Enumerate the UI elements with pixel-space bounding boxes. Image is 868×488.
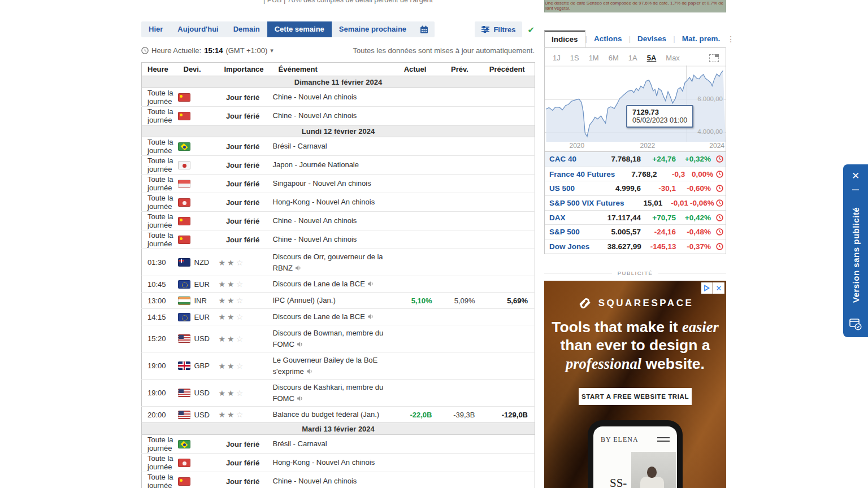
event-name[interactable]: Discours de Bowman, membre du FOMC bbox=[273, 325, 390, 352]
event-time: 10:45 bbox=[142, 276, 178, 293]
clock-icon bbox=[141, 47, 149, 54]
event-name[interactable]: Discours de Orr, gouverneur de la RBNZ bbox=[273, 249, 390, 276]
event-name[interactable]: Hong-Kong - Nouvel An chinois bbox=[273, 454, 390, 472]
currency-code: USD bbox=[194, 334, 210, 343]
change-value: -24,16 bbox=[641, 228, 676, 236]
forecast-value bbox=[440, 137, 480, 156]
widget-tab-indices[interactable]: Indices bbox=[544, 30, 585, 47]
squarespace-logo-icon bbox=[577, 295, 593, 311]
quote-row-s-p-500[interactable]: S&P 5005.005,57-24,16-0,48% bbox=[545, 224, 726, 239]
index-name[interactable]: US 500 bbox=[549, 184, 589, 193]
quote-row-s-p-500-vix-futures[interactable]: S&P 500 VIX Futures15,01-0,01-0,06% bbox=[545, 195, 726, 210]
range-5a[interactable]: 5A bbox=[647, 54, 657, 62]
event-name[interactable]: Discours de Lane de la BCE bbox=[273, 309, 390, 325]
cn-flag-icon bbox=[178, 112, 190, 120]
change-value: +70,75 bbox=[641, 213, 676, 222]
index-name[interactable]: S&P 500 VIX Futures bbox=[549, 199, 624, 207]
cn-flag-icon bbox=[178, 93, 190, 102]
range-1s[interactable]: 1S bbox=[570, 54, 579, 62]
quote-row-france-40-futures[interactable]: France 40 Futures7.768,2-0,30,00% bbox=[545, 167, 726, 181]
event-name[interactable]: Le Gouverneur Bailey de la BoE s'exprime bbox=[273, 352, 390, 380]
widget-tab-devises[interactable]: Devises bbox=[631, 30, 673, 47]
forecast-value bbox=[440, 352, 480, 380]
previous-value bbox=[480, 107, 535, 125]
sg-flag-icon bbox=[178, 180, 190, 188]
event-name[interactable]: Hong-Kong - Nouvel An chinois bbox=[273, 193, 390, 212]
index-chart[interactable]: 6.000,00 4.000,00 7129.73 05/02/2023 01:… bbox=[545, 66, 726, 151]
banner-close-icon[interactable]: ✕ bbox=[843, 170, 868, 182]
range-6m[interactable]: 6M bbox=[609, 54, 619, 62]
current-time[interactable]: Heure Actuelle:15:14 (GMT +1:00) ▾ bbox=[141, 46, 274, 55]
quote-row-dow-jones[interactable]: Dow Jones38.627,99-145,13-0,37% bbox=[545, 239, 726, 254]
holiday-row: Toute la journéeJour fériéJapon - Journé… bbox=[142, 156, 535, 175]
currency-code: INR bbox=[194, 297, 207, 305]
range-1m[interactable]: 1M bbox=[589, 54, 599, 62]
change-percent: -0,48% bbox=[676, 228, 711, 236]
event-name[interactable]: IPC (Annuel) (Jan.) bbox=[273, 293, 390, 309]
adchoices-icon[interactable] bbox=[701, 282, 713, 294]
col-importance: Importance bbox=[219, 63, 273, 76]
forecast-value bbox=[440, 276, 480, 293]
widget-menu-dots-icon[interactable]: ⋮ bbox=[727, 34, 737, 43]
event-name[interactable]: Discours de Kashkari, membre du FOMC bbox=[273, 380, 390, 407]
actual-value bbox=[390, 352, 440, 380]
expand-chart-icon[interactable] bbox=[709, 54, 719, 62]
importance-stars: ★★☆ bbox=[219, 410, 245, 419]
tab-aujourd-hui[interactable]: Aujourd'hui bbox=[170, 21, 225, 37]
ad-headline: Tools that make it easier than ever to d… bbox=[550, 318, 720, 373]
event-name[interactable]: Chine - Nouvel An chinois bbox=[273, 212, 390, 230]
event-name[interactable]: Brésil - Carnaval bbox=[273, 435, 390, 454]
calendar-picker-icon[interactable] bbox=[414, 21, 435, 37]
tab-hier[interactable]: Hier bbox=[141, 21, 170, 37]
range-max[interactable]: Max bbox=[666, 54, 680, 62]
event-name[interactable]: Chine - Nouvel An chinois bbox=[273, 230, 390, 249]
holiday-row: Toute la journéeJour fériéChine - Nouvel… bbox=[142, 107, 535, 125]
filters-button[interactable]: Filtres bbox=[475, 21, 522, 37]
widget-tab-mat-prem[interactable]: Mat. prem. bbox=[675, 30, 727, 47]
index-name[interactable]: DAX bbox=[549, 213, 589, 222]
event-time: Toute la journée bbox=[142, 212, 178, 230]
event-name[interactable]: Balance du budget fédéral (Jan.) bbox=[273, 407, 390, 423]
delayed-clock-icon bbox=[716, 155, 723, 163]
squarespace-ad[interactable]: ✕ SQUARESPACE Tools that make it easier … bbox=[544, 281, 726, 488]
range-1j[interactable]: 1J bbox=[553, 54, 561, 62]
tab-demain[interactable]: Demain bbox=[226, 21, 267, 37]
event-name[interactable]: Chine - Nouvel An chinois bbox=[273, 472, 390, 488]
previous-value bbox=[480, 212, 535, 230]
top-banner-ad[interactable]: Une dosette de café Senseo est composée … bbox=[544, 0, 726, 12]
event-time: Toute la journée bbox=[142, 435, 178, 454]
quote-row-us-500[interactable]: US 5004.999,6-30,1-0,60% bbox=[545, 181, 726, 195]
tab-semaine-prochaine[interactable]: Semaine prochaine bbox=[332, 21, 414, 37]
range-1a[interactable]: 1A bbox=[628, 54, 637, 62]
index-name[interactable]: CAC 40 bbox=[549, 155, 589, 163]
widget-tab-actions[interactable]: Actions bbox=[587, 30, 629, 47]
previous-value bbox=[480, 249, 535, 276]
quote-row-dax[interactable]: DAX17.117,44+70,75+0,42% bbox=[545, 210, 726, 225]
holiday-row: Toute la journéeJour fériéChine - Nouvel… bbox=[142, 88, 535, 107]
event-name[interactable]: Chine - Nouvel An chinois bbox=[273, 88, 390, 107]
quote-row-cac-40[interactable]: CAC 407.768,18+24,76+0,32% bbox=[545, 152, 726, 167]
chevron-down-icon[interactable]: ▾ bbox=[270, 47, 274, 54]
tab-cette-semaine[interactable]: Cette semaine bbox=[267, 21, 332, 37]
index-name[interactable]: France 40 Futures bbox=[549, 170, 615, 178]
holiday-row: Toute la journéeJour fériéHong-Kong - No… bbox=[142, 454, 535, 472]
ad-cta-button[interactable]: START A FREE WEBSITE TRIAL bbox=[579, 388, 692, 405]
economic-calendar-table: HeureDevi.ImportanceÉvénementActuelPrév.… bbox=[141, 62, 535, 488]
currency-code: EUR bbox=[194, 313, 210, 321]
forecast-value bbox=[440, 175, 480, 193]
index-name[interactable]: S&P 500 bbox=[549, 228, 589, 236]
forecast-value: 5,09% bbox=[440, 293, 480, 309]
event-name[interactable]: Chine - Nouvel An chinois bbox=[273, 107, 390, 125]
index-name[interactable]: Dow Jones bbox=[549, 242, 589, 251]
ad-close-icon[interactable]: ✕ bbox=[713, 282, 724, 294]
event-name[interactable]: Brésil - Carnaval bbox=[273, 137, 390, 156]
event-name[interactable]: Discours de Lane de la BCE bbox=[273, 276, 390, 293]
economic-calendar: HierAujourd'huiDemainCette semaineSemain… bbox=[141, 21, 535, 37]
timezone-label: (GMT +1:00) bbox=[225, 46, 267, 55]
actual-value: -22,0B bbox=[390, 407, 440, 423]
delayed-clock-icon bbox=[716, 171, 723, 178]
ad-free-version-banner[interactable]: ✕ Version sans publicité bbox=[843, 164, 868, 337]
event-name[interactable]: Singapour - Nouvel An chinois bbox=[273, 175, 390, 193]
event-time: Toute la journée bbox=[142, 107, 178, 125]
event-name[interactable]: Japon - Journée Nationale bbox=[273, 156, 390, 175]
